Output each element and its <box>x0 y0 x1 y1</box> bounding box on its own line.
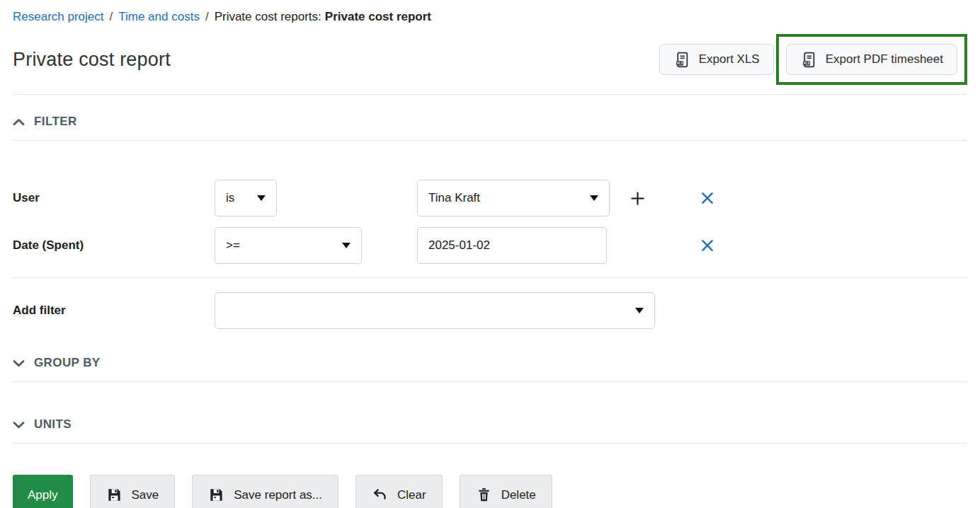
filter-label-user: User <box>13 191 215 205</box>
filter-row-user: User is Tina Kraft <box>13 180 967 217</box>
export-xls-button[interactable]: XLS Export XLS <box>659 44 774 75</box>
breadcrumb-link-project[interactable]: Research project <box>13 10 104 24</box>
user-operator-select[interactable]: is <box>215 180 277 217</box>
trash-icon <box>476 487 492 503</box>
header-actions: XLS Export XLS XLS <box>659 34 967 85</box>
filter-label-date-spent: Date (Spent) <box>13 238 215 253</box>
save-report-as-label: Save report as... <box>234 488 322 502</box>
filter-section-title: FILTER <box>34 115 77 129</box>
floppy-save-icon <box>208 487 224 503</box>
chevron-down-icon <box>13 359 25 367</box>
annotation-highlight-box: XLS Export PDF timesheet <box>776 34 967 85</box>
group-by-section-toggle[interactable]: GROUP BY <box>13 356 967 381</box>
add-value-button[interactable] <box>627 187 649 209</box>
apply-button[interactable]: Apply <box>13 475 73 508</box>
floppy-save-icon <box>106 487 122 503</box>
add-filter-select[interactable] <box>215 292 655 329</box>
delete-label: Delete <box>501 488 536 502</box>
user-value: Tina Kraft <box>428 191 480 205</box>
remove-user-filter-button[interactable] <box>697 188 717 208</box>
remove-date-filter-button[interactable] <box>697 236 717 255</box>
units-section-toggle[interactable]: UNITS <box>13 417 967 443</box>
filter-row-date-spent: Date (Spent) >= <box>13 227 967 264</box>
breadcrumb-current-page: Private cost report <box>325 10 431 24</box>
add-filter-label: Add filter <box>13 304 215 318</box>
export-pdf-timesheet-button[interactable]: XLS Export PDF timesheet <box>786 44 957 75</box>
breadcrumb-separator: / <box>205 10 209 24</box>
breadcrumb: Research project / Time and costs / Priv… <box>13 0 967 24</box>
divider <box>13 94 967 95</box>
caret-down-icon <box>342 243 351 248</box>
svg-text:XLS: XLS <box>803 62 809 65</box>
close-icon <box>700 238 714 253</box>
divider <box>13 140 967 141</box>
save-report-as-button[interactable]: Save report as... <box>192 475 338 508</box>
divider <box>13 443 967 444</box>
save-label: Save <box>132 488 159 502</box>
cost-report-page: Research project / Time and costs / Priv… <box>0 0 980 508</box>
chevron-up-icon <box>13 118 25 126</box>
export-xls-label: Export XLS <box>699 52 760 67</box>
divider <box>13 381 967 382</box>
undo-icon <box>372 487 388 503</box>
user-operator-value: is <box>226 191 234 205</box>
breadcrumb-current-prefix: Private cost reports: <box>215 10 321 24</box>
caret-down-icon <box>257 195 266 201</box>
svg-text:XLS: XLS <box>676 62 683 65</box>
date-operator-select[interactable]: >= <box>215 227 362 264</box>
caret-down-icon <box>590 195 598 201</box>
close-icon <box>700 191 714 205</box>
apply-label: Apply <box>28 488 58 502</box>
export-pdf-timesheet-label: Export PDF timesheet <box>826 52 943 67</box>
clear-label: Clear <box>397 488 426 502</box>
report-actions: Apply Save <box>13 475 967 508</box>
chevron-down-icon <box>13 421 25 429</box>
breadcrumb-link-time-and-costs[interactable]: Time and costs <box>118 10 200 24</box>
filter-section-toggle[interactable]: FILTER <box>13 115 967 140</box>
date-value-input[interactable] <box>417 227 607 264</box>
save-button[interactable]: Save <box>90 475 176 508</box>
breadcrumb-separator: / <box>110 10 113 24</box>
date-operator-value: >= <box>226 238 240 253</box>
group-by-section-title: GROUP BY <box>34 356 101 370</box>
page-header: Private cost report XLS Export XLS <box>13 34 967 85</box>
divider <box>13 277 967 278</box>
user-value-select[interactable]: Tina Kraft <box>417 180 610 217</box>
xls-file-icon: XLS <box>673 51 691 69</box>
clear-button[interactable]: Clear <box>355 475 443 508</box>
page-title: Private cost report <box>13 49 171 71</box>
caret-down-icon <box>635 308 644 313</box>
delete-button[interactable]: Delete <box>460 475 552 508</box>
add-filter-row: Add filter <box>13 292 967 329</box>
xls-file-icon: XLS <box>800 51 818 69</box>
plus-icon <box>629 190 646 207</box>
units-section-title: UNITS <box>34 417 72 432</box>
